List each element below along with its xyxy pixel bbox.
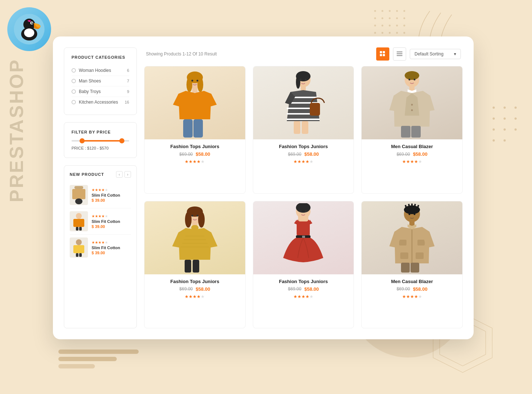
svg-rect-51: [380, 51, 382, 53]
svg-rect-41: [72, 189, 85, 199]
svg-point-60: [186, 77, 192, 92]
product-card[interactable]: Fashion Tops Juniors $69.00 $58.00 ★★★★★: [253, 66, 354, 194]
product-card[interactable]: Fashion Tops Juniors $69.00 $58.00 ★★★★★: [253, 201, 354, 329]
grid-view-button[interactable]: [376, 47, 389, 61]
svg-rect-125: [401, 263, 410, 273]
product-prices: $69.00 $58.00: [367, 151, 457, 157]
svg-point-16: [382, 32, 383, 34]
svg-point-22: [493, 107, 495, 109]
mini-product-image: [70, 237, 88, 258]
svg-point-14: [404, 25, 405, 27]
product-title: Fashion Tops Juniors: [259, 279, 348, 284]
svg-point-24: [514, 107, 517, 109]
product-image: [362, 201, 462, 274]
original-price: $69.00: [288, 152, 301, 157]
svg-rect-123: [416, 252, 424, 259]
svg-rect-122: [400, 252, 408, 259]
new-product-header: NEW PRODUCT ‹ ›: [70, 171, 131, 178]
sale-price: $58.00: [413, 151, 428, 157]
product-card[interactable]: Men Casual Blazer $69.00 $58.00 ★★★★★: [361, 201, 463, 329]
category-item[interactable]: Kitchen Accessories 16: [72, 97, 129, 107]
sidebar-panel: PRODUCT CATEGORIES Woman Hoodies 6 Man S…: [64, 47, 137, 328]
svg-point-85: [411, 109, 413, 111]
svg-point-1: [382, 10, 383, 12]
price-slider-thumb-left[interactable]: [80, 138, 85, 143]
product-info: Fashion Tops Juniors $69.00 $58.00 ★★★★★: [144, 139, 245, 169]
category-count: 16: [125, 100, 129, 104]
mini-product-item[interactable]: ★★★★★ Slim Fit Cotton $ 39.00: [70, 235, 131, 260]
category-item[interactable]: Man Shoes 7: [72, 76, 129, 86]
svg-rect-119: [409, 221, 415, 226]
product-stars: ★★★★★: [367, 159, 457, 164]
category-count: 7: [127, 79, 129, 83]
svg-line-114: [405, 205, 406, 208]
content-area: PRODUCT CATEGORIES Woman Hoodies 6 Man S…: [53, 36, 474, 339]
list-view-button[interactable]: [393, 47, 406, 61]
product-stars: ★★★★★: [367, 294, 457, 299]
category-name: Woman Hoodies: [79, 68, 111, 73]
svg-rect-53: [380, 54, 382, 56]
price-slider-track[interactable]: [72, 140, 129, 142]
product-stars: ★★★★★: [150, 294, 240, 299]
sale-price: $58.00: [304, 286, 319, 292]
svg-rect-126: [410, 263, 419, 273]
svg-rect-104: [297, 220, 310, 236]
svg-rect-46: [79, 227, 82, 231]
category-item[interactable]: Woman Hoodies 6: [72, 65, 129, 76]
svg-rect-44: [73, 219, 84, 227]
nav-arrows: ‹ ›: [116, 171, 131, 178]
svg-point-61: [197, 77, 203, 92]
product-prices: $69.00 $58.00: [259, 151, 348, 157]
svg-rect-101: [193, 260, 199, 273]
svg-point-103: [196, 215, 198, 216]
svg-line-117: [415, 204, 415, 207]
svg-rect-76: [310, 103, 320, 116]
product-card[interactable]: Fashion Tops Juniors $69.00 $58.00 ★★★★★: [144, 201, 246, 329]
category-radio: [72, 68, 76, 73]
product-info: Fashion Tops Juniors $69.00 $58.00 ★★★★★: [253, 274, 354, 304]
product-card[interactable]: Fashion Tops Juniors $69.00 $58.00 ★★★★★: [144, 66, 246, 194]
svg-rect-49: [76, 253, 78, 257]
svg-rect-64: [193, 119, 203, 138]
product-image: [362, 66, 462, 139]
bottom-decoration: [58, 349, 139, 368]
mini-product-item[interactable]: ★★★★★ Slim Fit Cotton $ 39.00: [70, 182, 131, 208]
mini-product-item[interactable]: ★★★★★ Slim Fit Cotton $ 39.00: [70, 208, 131, 235]
mini-product-info: ★★★★★ Slim Fit Cotton $ 39.00: [92, 214, 131, 229]
price-slider-thumb-right[interactable]: [119, 138, 124, 143]
svg-point-27: [514, 117, 517, 120]
svg-point-8: [396, 18, 398, 19]
svg-rect-55: [397, 51, 402, 53]
price-slider-fill: [80, 140, 124, 142]
svg-point-66: [196, 80, 198, 82]
svg-rect-62: [192, 88, 197, 93]
price-filter-title: FILTER BY PRICE: [72, 130, 129, 134]
svg-rect-45: [76, 227, 78, 231]
product-info: Fashion Tops Juniors $69.00 $58.00 ★★★★★: [144, 274, 245, 304]
svg-point-43: [76, 213, 82, 219]
svg-point-82: [405, 71, 419, 80]
svg-point-36: [24, 28, 34, 37]
next-arrow[interactable]: ›: [124, 171, 131, 178]
svg-rect-54: [383, 54, 385, 56]
svg-rect-83: [409, 86, 415, 91]
categories-title: PRODUCT CATEGORIES: [72, 55, 129, 59]
sale-price: $58.00: [196, 286, 210, 292]
svg-point-38: [31, 22, 33, 24]
mini-stars: ★★★★★: [92, 240, 131, 244]
mini-product-price: $ 39.00: [92, 251, 131, 255]
sort-dropdown[interactable]: Default Sorting ▾: [410, 49, 461, 59]
svg-point-102: [191, 215, 193, 216]
bar-1: [58, 349, 139, 354]
bar-2: [58, 357, 117, 361]
svg-rect-100: [185, 260, 191, 273]
product-image: [253, 201, 354, 274]
svg-point-7: [389, 18, 391, 19]
svg-point-23: [504, 107, 506, 109]
prev-arrow[interactable]: ‹: [116, 171, 123, 178]
svg-rect-121: [417, 240, 425, 246]
category-item[interactable]: Baby Troys 9: [72, 86, 129, 97]
svg-line-115: [409, 204, 409, 207]
mini-product-image: [70, 211, 88, 231]
product-card[interactable]: Men Casual Blazer $69.00 $58.00 ★★★★★: [361, 66, 463, 194]
